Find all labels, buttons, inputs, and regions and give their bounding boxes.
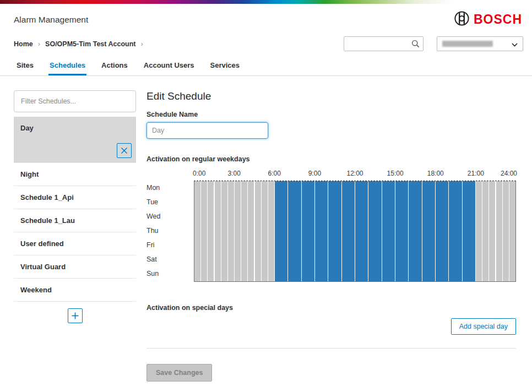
breadcrumb-home[interactable]: Home <box>14 40 33 48</box>
grid-cell[interactable] <box>503 253 515 267</box>
grid-cell[interactable] <box>463 181 476 195</box>
grid-cell[interactable] <box>248 267 261 281</box>
grid-cell[interactable] <box>288 267 301 281</box>
grid-cell[interactable] <box>221 238 235 253</box>
grid-cell[interactable] <box>275 195 288 210</box>
grid-cell[interactable] <box>503 195 515 210</box>
grid-cell[interactable] <box>503 224 515 238</box>
grid-cell[interactable] <box>409 253 422 267</box>
grid-cell[interactable] <box>302 210 315 224</box>
grid-cell[interactable] <box>489 238 502 253</box>
grid-cell[interactable] <box>489 210 502 224</box>
grid-cell[interactable] <box>449 267 462 281</box>
delete-schedule-button[interactable] <box>117 143 132 158</box>
grid-cell[interactable] <box>463 224 476 238</box>
schedule-name-input[interactable] <box>146 122 268 139</box>
grid-cell[interactable] <box>422 210 436 224</box>
grid-cell[interactable] <box>288 224 301 238</box>
grid-cell[interactable] <box>235 267 248 281</box>
grid-cell[interactable] <box>288 195 301 210</box>
grid-cell[interactable] <box>275 210 288 224</box>
grid-cell[interactable] <box>342 210 355 224</box>
grid-cell[interactable] <box>248 210 261 224</box>
grid-cell[interactable] <box>208 238 221 253</box>
grid-cell[interactable] <box>449 210 462 224</box>
grid-cell[interactable] <box>288 253 301 267</box>
grid-cell[interactable] <box>235 224 248 238</box>
grid-cell[interactable] <box>262 253 275 267</box>
grid-cell[interactable] <box>368 224 382 238</box>
grid-cell[interactable] <box>463 195 476 210</box>
grid-cell[interactable] <box>315 253 328 267</box>
grid-cell[interactable] <box>262 210 275 224</box>
grid-cell[interactable] <box>449 238 462 253</box>
grid-cell[interactable] <box>221 210 235 224</box>
grid-cell[interactable] <box>194 267 208 281</box>
grid-cell[interactable] <box>275 238 288 253</box>
grid-cell[interactable] <box>436 253 449 267</box>
sidebar-item-schedule-1-lau[interactable]: Schedule 1_Lau <box>14 209 136 232</box>
grid-cell[interactable] <box>235 238 248 253</box>
grid-cell[interactable] <box>422 181 436 195</box>
grid-cell[interactable] <box>382 181 395 195</box>
grid-cell[interactable] <box>436 238 449 253</box>
filter-schedules-input[interactable] <box>14 90 136 112</box>
account-selector[interactable] <box>437 36 523 51</box>
grid-cell[interactable] <box>489 181 502 195</box>
grid-cell[interactable] <box>235 195 248 210</box>
grid-cell[interactable] <box>503 210 515 224</box>
grid-cell[interactable] <box>342 181 355 195</box>
grid-cell[interactable] <box>489 195 502 210</box>
grid-cell[interactable] <box>194 210 208 224</box>
grid-cell[interactable] <box>355 195 368 210</box>
grid-cell[interactable] <box>208 224 221 238</box>
grid-cell[interactable] <box>449 195 462 210</box>
grid-cell[interactable] <box>194 181 208 195</box>
sidebar-item-virtual-guard[interactable]: Virtual Guard <box>14 255 136 279</box>
grid-cell[interactable] <box>194 253 208 267</box>
breadcrumb-account[interactable]: SO/OPM5-Tim Test Account <box>45 40 135 48</box>
grid-cell[interactable] <box>262 181 275 195</box>
grid-cell[interactable] <box>489 224 502 238</box>
grid-cell[interactable] <box>449 253 462 267</box>
grid-cell[interactable] <box>275 181 288 195</box>
grid-cell[interactable] <box>395 253 409 267</box>
grid-cell[interactable] <box>409 181 422 195</box>
grid-cell[interactable] <box>382 238 395 253</box>
grid-cell[interactable] <box>422 253 436 267</box>
grid-cell[interactable] <box>248 224 261 238</box>
grid-cell[interactable] <box>221 267 235 281</box>
sidebar-item-user-defined[interactable]: User defined <box>14 232 136 255</box>
grid-cell[interactable] <box>315 181 328 195</box>
grid-cell[interactable] <box>302 195 315 210</box>
grid-cell[interactable] <box>248 253 261 267</box>
grid-cell[interactable] <box>476 224 489 238</box>
grid-cell[interactable] <box>422 195 436 210</box>
grid-cell[interactable] <box>328 224 341 238</box>
grid-cell[interactable] <box>476 238 489 253</box>
grid-cell[interactable] <box>476 253 489 267</box>
grid-cell[interactable] <box>355 224 368 238</box>
grid-cell[interactable] <box>288 238 301 253</box>
grid-cell[interactable] <box>248 195 261 210</box>
grid-cell[interactable] <box>476 181 489 195</box>
grid-cell[interactable] <box>355 253 368 267</box>
grid-cell[interactable] <box>288 181 301 195</box>
grid-cell[interactable] <box>208 210 221 224</box>
grid-cell[interactable] <box>449 181 462 195</box>
grid-cell[interactable] <box>422 267 436 281</box>
grid-cell[interactable] <box>355 238 368 253</box>
grid-cell[interactable] <box>355 181 368 195</box>
grid-cell[interactable] <box>315 267 328 281</box>
grid-cell[interactable] <box>302 238 315 253</box>
search-input[interactable] <box>344 37 409 51</box>
grid-cell[interactable] <box>395 195 409 210</box>
grid-cell[interactable] <box>235 181 248 195</box>
grid-cell[interactable] <box>436 224 449 238</box>
grid-cell[interactable] <box>221 253 235 267</box>
tab-actions[interactable]: Actions <box>100 56 129 75</box>
grid-cell[interactable] <box>342 238 355 253</box>
grid-cell[interactable] <box>489 253 502 267</box>
grid-cell[interactable] <box>328 195 341 210</box>
grid-cell[interactable] <box>275 253 288 267</box>
